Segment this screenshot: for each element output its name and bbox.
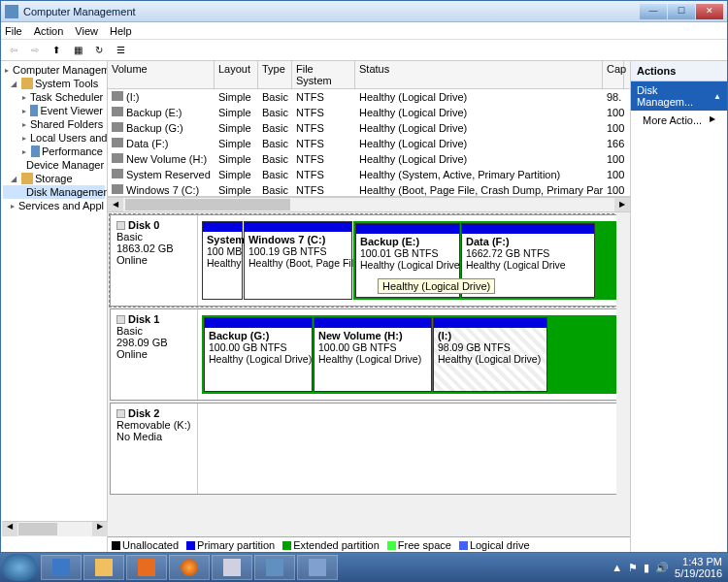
task-ie[interactable]	[41, 555, 82, 580]
task-app2[interactable]	[254, 555, 295, 580]
partition-stripe	[245, 222, 351, 232]
volume-row[interactable]: New Volume (H:)SimpleBasicNTFSHealthy (L…	[108, 151, 630, 167]
col-filesystem[interactable]: File System	[292, 61, 355, 88]
minimize-button[interactable]: —	[640, 4, 667, 19]
partitions	[198, 404, 627, 494]
tree-system-tools[interactable]: ◢System Tools	[3, 77, 105, 90]
network-icon[interactable]: ▮	[644, 562, 649, 574]
legend-swatch	[282, 541, 291, 550]
disk-icon	[116, 315, 125, 324]
partition[interactable]: Windows 7 (C:)100.19 GB NTFSHealthy (Boo…	[244, 221, 352, 300]
col-type[interactable]: Type	[258, 61, 292, 88]
navigation-tree[interactable]: ▸Computer Managem ◢System Tools ▸Task Sc…	[1, 61, 108, 552]
task-app3[interactable]	[297, 555, 338, 580]
partition[interactable]: System100 MBHealthy	[202, 221, 243, 300]
tree-storage[interactable]: ◢Storage	[3, 172, 105, 185]
disk-row[interactable]: Disk 2 Removable (K:)No Media	[110, 403, 628, 495]
scroll-left-icon[interactable]: ◀	[2, 522, 17, 536]
volume-row[interactable]: System ReservedSimpleBasicNTFSHealthy (S…	[108, 167, 630, 182]
tree-disk-management[interactable]: Disk Management	[3, 185, 105, 199]
scroll-thumb[interactable]	[18, 523, 57, 535]
col-layout[interactable]: Layout	[215, 61, 258, 88]
tree-hscroll[interactable]: ◀ ▶	[2, 521, 108, 536]
disk-row[interactable]: Disk 0 Basic1863.02 GBOnline System100 M…	[110, 214, 628, 307]
drive-icon	[112, 107, 123, 116]
task-media[interactable]	[126, 555, 167, 580]
actions-section[interactable]: Disk Managem...▲	[631, 81, 727, 111]
menu-help[interactable]: Help	[110, 25, 132, 37]
col-volume[interactable]: Volume	[108, 61, 215, 88]
legend-swatch	[459, 541, 468, 550]
partition-stripe	[462, 224, 594, 234]
forward-button[interactable]: ⇨	[26, 42, 44, 59]
flag-icon[interactable]: ⚑	[628, 562, 638, 574]
volume-row[interactable]: Data (F:)SimpleBasicNTFSHealthy (Logical…	[108, 136, 630, 151]
list-icon[interactable]: ☰	[112, 42, 129, 59]
start-button[interactable]	[2, 554, 37, 581]
close-button[interactable]: ✕	[696, 4, 723, 19]
col-capacity[interactable]: Cap	[603, 61, 624, 88]
partition[interactable]: New Volume (H:)100.00 GB NTFSHealthy (Lo…	[314, 317, 432, 392]
tree-task-scheduler[interactable]: ▸Task Scheduler	[3, 90, 105, 104]
disk-info: Disk 2 Removable (K:)No Media	[111, 404, 198, 494]
disk-icon	[116, 221, 125, 230]
legend: UnallocatedPrimary partitionExtended par…	[108, 536, 630, 552]
task-explorer[interactable]	[83, 555, 124, 580]
firefox-icon	[181, 559, 198, 576]
extended-partition[interactable]: Backup (G:)100.00 GB NTFSHealthy (Logica…	[202, 315, 623, 394]
disk-layout[interactable]: Disk 0 Basic1863.02 GBOnline System100 M…	[108, 212, 630, 536]
scroll-left-icon[interactable]: ◀	[108, 198, 123, 211]
more-actions[interactable]: More Actio...▶	[631, 111, 727, 130]
task-app1[interactable]	[212, 555, 252, 580]
legend-item: Logical drive	[459, 539, 530, 551]
perf-icon	[31, 146, 40, 157]
tree-device-manager[interactable]: Device Manager	[3, 158, 105, 172]
back-button[interactable]: ⇦	[5, 42, 22, 59]
taskbar[interactable]: ▲ ⚑ ▮ 🔊 1:43 PM 5/19/2016	[0, 553, 728, 582]
diskmap-vscroll[interactable]	[616, 212, 630, 536]
tree-root[interactable]: ▸Computer Managem	[3, 63, 105, 77]
tree-local-users[interactable]: ▸Local Users and	[3, 131, 105, 145]
scroll-thumb[interactable]	[125, 199, 290, 210]
system-tray[interactable]: ▲ ⚑ ▮ 🔊 1:43 PM 5/19/2016	[612, 556, 726, 579]
tree-event-viewer[interactable]: ▸Event Viewer	[3, 104, 105, 117]
partition[interactable]: Backup (G:)100.00 GB NTFSHealthy (Logica…	[204, 317, 313, 392]
properties-icon[interactable]: ▦	[69, 42, 86, 59]
tree-shared-folders[interactable]: ▸Shared Folders	[3, 117, 105, 131]
menu-action[interactable]: Action	[34, 25, 64, 37]
partition-stripe	[314, 318, 431, 328]
menu-view[interactable]: View	[75, 25, 98, 37]
volume-row[interactable]: Windows 7 (C:)SimpleBasicNTFSHealthy (Bo…	[108, 182, 630, 197]
ie-icon	[52, 559, 70, 576]
clock[interactable]: 1:43 PM 5/19/2016	[675, 556, 726, 579]
volume-row[interactable]: Backup (E:)SimpleBasicNTFSHealthy (Logic…	[108, 105, 630, 120]
volume-list[interactable]: Volume Layout Type File System Status Ca…	[108, 61, 630, 197]
maximize-button[interactable]: ☐	[668, 4, 695, 19]
legend-swatch	[112, 541, 120, 550]
collapse-icon[interactable]: ▲	[713, 92, 721, 101]
menu-file[interactable]: File	[5, 25, 22, 37]
scroll-right-icon[interactable]: ▶	[92, 522, 108, 536]
submenu-icon: ▶	[710, 114, 715, 126]
volume-row[interactable]: (I:)SimpleBasicNTFSHealthy (Logical Driv…	[108, 89, 630, 105]
tree-services[interactable]: ▸Services and Appl	[3, 199, 105, 212]
volume-row[interactable]: Backup (G:)SimpleBasicNTFSHealthy (Logic…	[108, 120, 630, 136]
drive-icon	[112, 122, 123, 132]
volume-icon[interactable]: 🔊	[655, 562, 669, 574]
titlebar[interactable]: Computer Management — ☐ ✕	[1, 1, 727, 22]
disk-row[interactable]: Disk 1 Basic298.09 GBOnline Backup (G:)1…	[110, 308, 628, 401]
volume-hscroll[interactable]: ◀ ▶	[108, 197, 630, 212]
tree-performance[interactable]: ▸Performance	[3, 145, 105, 158]
tray-up-icon[interactable]: ▲	[612, 562, 622, 573]
col-status[interactable]: Status	[355, 61, 603, 88]
event-icon	[30, 105, 38, 116]
toolbar: ⇦ ⇨ ⬆ ▦ ↻ ☰	[1, 40, 727, 61]
volume-header[interactable]: Volume Layout Type File System Status Ca…	[108, 61, 630, 89]
disk-icon	[116, 409, 125, 418]
scroll-right-icon[interactable]: ▶	[614, 198, 630, 211]
clock-date: 5/19/2016	[675, 567, 722, 579]
partition[interactable]: (I:)98.09 GB NTFSHealthy (Logical Drive)	[433, 317, 547, 392]
up-icon[interactable]: ⬆	[48, 42, 65, 59]
refresh-icon[interactable]: ↻	[90, 42, 108, 59]
task-firefox[interactable]	[169, 555, 210, 580]
